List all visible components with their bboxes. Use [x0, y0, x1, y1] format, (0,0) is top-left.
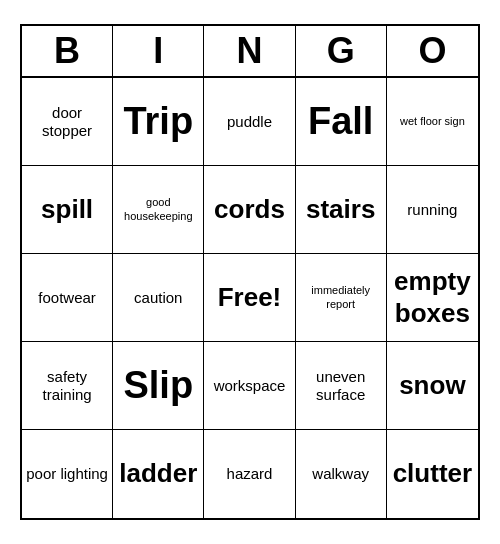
cell-text-2: puddle — [227, 113, 272, 131]
cell-9: running — [387, 166, 478, 254]
cell-text-23: walkway — [312, 465, 369, 483]
cell-text-21: ladder — [119, 458, 197, 489]
cell-10: footwear — [22, 254, 113, 342]
cell-text-0: door stopper — [26, 104, 108, 140]
cell-20: poor lighting — [22, 430, 113, 518]
bingo-header: BINGO — [22, 26, 478, 78]
cell-text-14: empty boxes — [391, 266, 474, 328]
cell-text-6: good housekeeping — [117, 196, 199, 222]
cell-16: Slip — [113, 342, 204, 430]
header-letter-o: O — [387, 26, 478, 76]
cell-23: walkway — [296, 430, 387, 518]
cell-2: puddle — [204, 78, 295, 166]
cell-19: snow — [387, 342, 478, 430]
bingo-card: BINGO door stopperTrippuddleFallwet floo… — [20, 24, 480, 520]
header-letter-b: B — [22, 26, 113, 76]
cell-14: empty boxes — [387, 254, 478, 342]
cell-24: clutter — [387, 430, 478, 518]
cell-15: safety training — [22, 342, 113, 430]
cell-5: spill — [22, 166, 113, 254]
cell-13: immediately report — [296, 254, 387, 342]
cell-21: ladder — [113, 430, 204, 518]
cell-text-1: Trip — [123, 99, 193, 145]
header-letter-g: G — [296, 26, 387, 76]
cell-text-7: cords — [214, 194, 285, 225]
cell-12: Free! — [204, 254, 295, 342]
cell-1: Trip — [113, 78, 204, 166]
cell-text-8: stairs — [306, 194, 375, 225]
cell-3: Fall — [296, 78, 387, 166]
header-letter-i: I — [113, 26, 204, 76]
cell-11: caution — [113, 254, 204, 342]
cell-text-13: immediately report — [300, 284, 382, 310]
cell-text-12: Free! — [218, 282, 282, 313]
cell-18: uneven surface — [296, 342, 387, 430]
cell-text-16: Slip — [123, 363, 193, 409]
bingo-grid: door stopperTrippuddleFallwet floor sign… — [22, 78, 478, 518]
cell-22: hazard — [204, 430, 295, 518]
cell-text-15: safety training — [26, 368, 108, 404]
cell-7: cords — [204, 166, 295, 254]
cell-text-10: footwear — [38, 289, 96, 307]
cell-0: door stopper — [22, 78, 113, 166]
cell-text-18: uneven surface — [300, 368, 382, 404]
cell-text-11: caution — [134, 289, 182, 307]
cell-text-17: workspace — [214, 377, 286, 395]
cell-6: good housekeeping — [113, 166, 204, 254]
cell-17: workspace — [204, 342, 295, 430]
cell-text-19: snow — [399, 370, 465, 401]
header-letter-n: N — [204, 26, 295, 76]
cell-text-20: poor lighting — [26, 465, 108, 483]
cell-text-22: hazard — [227, 465, 273, 483]
cell-text-5: spill — [41, 194, 93, 225]
cell-text-9: running — [407, 201, 457, 219]
cell-text-3: Fall — [308, 99, 373, 145]
cell-text-24: clutter — [393, 458, 472, 489]
cell-8: stairs — [296, 166, 387, 254]
cell-text-4: wet floor sign — [400, 115, 465, 128]
cell-4: wet floor sign — [387, 78, 478, 166]
